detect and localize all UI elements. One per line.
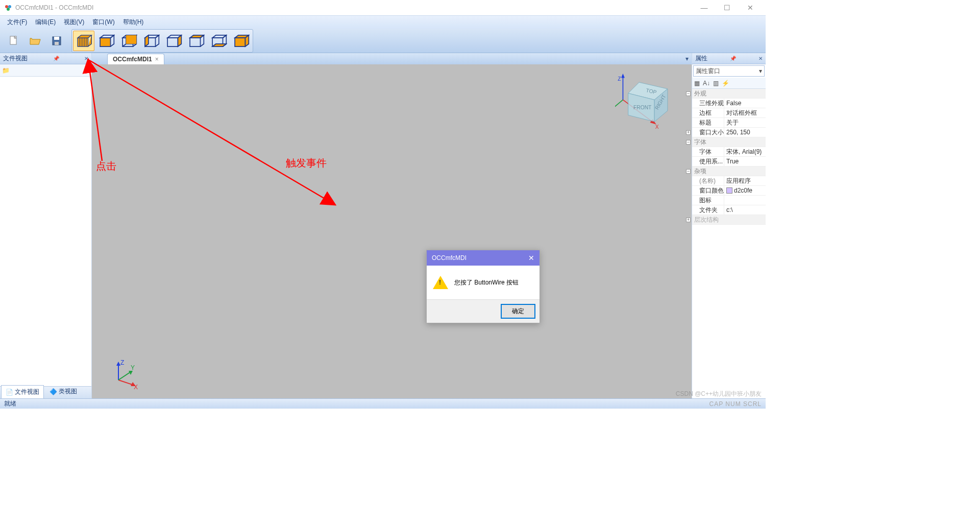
file-view-header: 文件视图 📌 ✕ — [0, 53, 91, 64]
message-box: OCCmfcMDI ✕ 您按了 ButtonWire 按钮 确定 — [426, 250, 540, 323]
navigation-cube[interactable]: Z X TOP FRONT RIGHT — [615, 74, 676, 135]
svg-point-0 — [5, 5, 8, 8]
view-back-button[interactable] — [118, 31, 139, 51]
left-panel-tabs: 📄文件视图 🔷类视图 — [0, 386, 91, 398]
svg-line-20 — [118, 380, 134, 385]
file-view-panel: 文件视图 📌 ✕ 📁 📄文件视图 🔷类视图 — [0, 53, 92, 398]
properties-toolbar: ▦ A↓ ▥ ⚡ — [692, 78, 766, 89]
minimize-button[interactable]: ― — [693, 0, 716, 15]
svg-rect-6 — [55, 42, 59, 45]
expand-icon[interactable]: + — [686, 130, 691, 135]
title-bar: OCCmfcMDI1 - OCCmfcMDI ― ☐ ✕ — [0, 0, 766, 15]
properties-header: 属性 📌 ✕ — [692, 53, 766, 64]
properties-title: 属性 — [695, 54, 707, 63]
message-box-close-icon[interactable]: ✕ — [528, 254, 534, 262]
props-icon[interactable]: ▥ — [713, 80, 719, 87]
lightning-icon[interactable]: ⚡ — [722, 80, 729, 87]
svg-text:Z: Z — [120, 360, 124, 366]
color-swatch — [726, 187, 732, 194]
close-tab-icon[interactable]: × — [155, 56, 159, 63]
viewport-3d[interactable]: Z X TOP FRONT RIGHT Z X Y — [92, 64, 692, 398]
svg-line-16 — [615, 100, 623, 117]
expand-icon[interactable]: − — [686, 140, 691, 145]
menu-edit[interactable]: 编辑(E) — [31, 16, 60, 29]
maximize-button[interactable]: ☐ — [716, 0, 739, 15]
close-button[interactable]: ✕ — [739, 0, 762, 15]
toolbar — [0, 29, 766, 53]
properties-close-icon[interactable]: ✕ — [758, 56, 763, 61]
status-bar: 就绪 CAP NUM SCRL — [0, 398, 766, 409]
annotation-trigger: 触发事件 — [286, 156, 327, 170]
window-title: OCCmfcMDI1 - OCCmfcMDI — [15, 4, 93, 11]
axis-x-label: X — [655, 124, 659, 130]
expand-icon[interactable]: − — [686, 169, 691, 174]
properties-pin-icon[interactable]: 📌 — [730, 56, 736, 61]
sort-az-icon[interactable]: A↓ — [703, 80, 710, 87]
doc-tab-active[interactable]: OCCmfcMDI1× — [107, 54, 164, 64]
status-indicators: CAP NUM SCRL — [709, 400, 762, 408]
view-right-button[interactable] — [163, 31, 184, 51]
menu-help[interactable]: 帮助(H) — [119, 16, 148, 29]
svg-point-2 — [7, 8, 10, 11]
new-file-button[interactable] — [4, 31, 23, 51]
menu-file[interactable]: 文件(F) — [3, 16, 31, 29]
tab-dropdown-icon[interactable]: ▾ — [685, 55, 689, 62]
cube-front-label: FRONT — [633, 105, 652, 110]
file-view-title: 文件视图 — [3, 54, 28, 63]
categorize-icon[interactable]: ▦ — [694, 80, 700, 87]
warning-icon — [433, 276, 448, 289]
center-area: OCCmfcMDI1× ▾ Z X TOP FRONT RIGHT — [92, 53, 692, 398]
save-file-button[interactable] — [47, 31, 66, 51]
svg-line-23 — [118, 372, 131, 380]
menu-bar: 文件(F) 编辑(E) 视图(V) 窗口(W) 帮助(H) — [0, 15, 766, 29]
ok-button[interactable]: 确定 — [501, 304, 535, 319]
class-view-tab-icon: 🔷 — [50, 388, 57, 395]
svg-text:X: X — [134, 384, 138, 390]
svg-point-1 — [8, 5, 11, 8]
message-box-titlebar[interactable]: OCCmfcMDI ✕ — [427, 250, 540, 266]
mini-axes-icon: Z X Y — [108, 360, 139, 390]
view-button-group — [71, 29, 253, 53]
close-panel-icon[interactable]: ✕ — [84, 56, 88, 61]
svg-marker-18 — [116, 362, 120, 366]
watermark: CSDN @C++幼儿园中班小朋友 — [676, 390, 762, 398]
properties-combo[interactable]: 属性窗口▾ — [693, 65, 765, 77]
file-view-tab-icon: 📄 — [6, 389, 13, 396]
svg-marker-13 — [621, 74, 625, 78]
properties-panel: 属性 📌 ✕ 属性窗口▾ ▦ A↓ ▥ ⚡ −外观 三维外观False 边框对话… — [692, 53, 766, 398]
view-iso-button[interactable] — [230, 31, 252, 51]
menu-view[interactable]: 视图(V) — [60, 16, 88, 29]
view-front-button[interactable] — [95, 31, 117, 51]
file-view-toolbar: 📁 — [0, 64, 91, 77]
document-tabs: OCCmfcMDI1× ▾ — [92, 53, 692, 64]
svg-rect-5 — [54, 37, 59, 40]
tab-class-view[interactable]: 🔷类视图 — [45, 385, 82, 398]
view-left-button[interactable] — [140, 31, 162, 51]
app-icon — [4, 4, 12, 12]
annotation-click: 点击 — [96, 159, 116, 173]
status-ready: 就绪 — [4, 399, 16, 408]
view-bottom-button[interactable] — [208, 31, 229, 51]
open-file-button[interactable] — [26, 31, 45, 51]
chevron-down-icon: ▾ — [759, 67, 762, 75]
button-wire[interactable] — [73, 31, 94, 51]
message-box-text: 您按了 ButtonWire 按钮 — [454, 278, 519, 287]
expand-icon[interactable]: − — [686, 91, 691, 96]
property-grid[interactable]: −外观 三维外观False 边框对话框外框 标题关于 +窗口大小250, 150… — [692, 89, 766, 398]
view-top-button[interactable] — [185, 31, 207, 51]
menu-window[interactable]: 窗口(W) — [88, 16, 118, 29]
message-box-title: OCCmfcMDI — [432, 254, 467, 262]
expand-icon[interactable]: + — [686, 218, 691, 222]
axis-z-label: Z — [618, 76, 621, 82]
folder-icon[interactable]: 📁 — [2, 67, 10, 74]
file-tree[interactable] — [0, 77, 91, 386]
pin-icon[interactable]: 📌 — [53, 56, 59, 61]
svg-text:Y: Y — [131, 364, 135, 371]
tab-file-view[interactable]: 📄文件视图 — [1, 385, 44, 398]
